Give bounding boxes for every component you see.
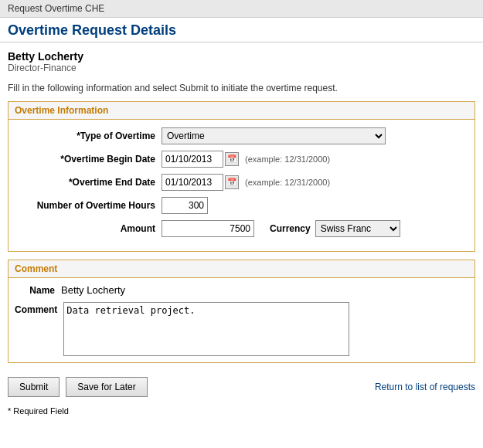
save-for-later-button[interactable]: Save for Later — [66, 377, 147, 397]
breadcrumb: Request Overtime CHE — [0, 0, 483, 18]
return-to-list-link[interactable]: Return to list of requests — [375, 382, 475, 392]
overtime-begin-date-calendar-icon[interactable]: 📅 — [225, 152, 239, 166]
user-job-title: Director-Finance — [8, 63, 475, 73]
currency-select[interactable]: Swiss Franc — [315, 220, 400, 237]
comment-name-label: Name — [15, 285, 61, 296]
comment-textarea[interactable]: Data retrieval project. — [63, 302, 349, 356]
overtime-begin-date-row: *Overtime Begin Date 📅 (example: 12/31/2… — [15, 151, 468, 168]
amount-currency-row: Amount Currency Swiss Franc — [15, 220, 468, 237]
overtime-begin-date-input[interactable] — [162, 151, 223, 168]
overtime-end-date-row: *Overtime End Date 📅 (example: 12/31/200… — [15, 174, 468, 191]
required-field-note: * Required Field — [0, 403, 483, 422]
overtime-section-header: Overtime Information — [9, 102, 474, 120]
number-of-hours-input[interactable] — [162, 197, 208, 214]
currency-label: Currency — [270, 223, 311, 234]
overtime-end-date-calendar-icon[interactable]: 📅 — [225, 175, 239, 189]
page-title: Overtime Request Details — [0, 18, 483, 42]
comment-name-value: Betty Locherty — [61, 284, 125, 296]
amount-label: Amount — [15, 223, 162, 234]
submit-button[interactable]: Submit — [8, 377, 60, 397]
type-of-overtime-label: *Type of Overtime — [15, 131, 162, 141]
user-name: Betty Locherty — [8, 50, 475, 63]
comment-row: Comment Data retrieval project. — [9, 299, 474, 362]
overtime-end-date-example: (example: 12/31/2000) — [245, 178, 330, 187]
overtime-begin-date-label: *Overtime Begin Date — [15, 154, 162, 165]
amount-input[interactable] — [162, 220, 254, 237]
comment-section-header: Comment — [9, 260, 474, 278]
overtime-information-section: Overtime Information *Type of Overtime O… — [8, 101, 475, 252]
overtime-begin-date-example: (example: 12/31/2000) — [245, 154, 330, 164]
comment-name-row: Name Betty Locherty — [9, 278, 474, 299]
overtime-end-date-label: *Overtime End Date — [15, 177, 162, 188]
comment-label: Comment — [15, 302, 63, 315]
comment-section: Comment Name Betty Locherty Comment Data… — [8, 260, 475, 363]
instructions-text: Fill in the following information and se… — [0, 76, 483, 101]
overtime-end-date-input[interactable] — [162, 174, 223, 191]
number-of-hours-row: Number of Overtime Hours — [15, 197, 468, 214]
type-of-overtime-select[interactable]: Overtime — [162, 127, 386, 144]
buttons-row: Submit Save for Later Return to list of … — [0, 371, 483, 403]
number-of-hours-label: Number of Overtime Hours — [15, 200, 162, 211]
type-of-overtime-row: *Type of Overtime Overtime — [15, 127, 468, 144]
